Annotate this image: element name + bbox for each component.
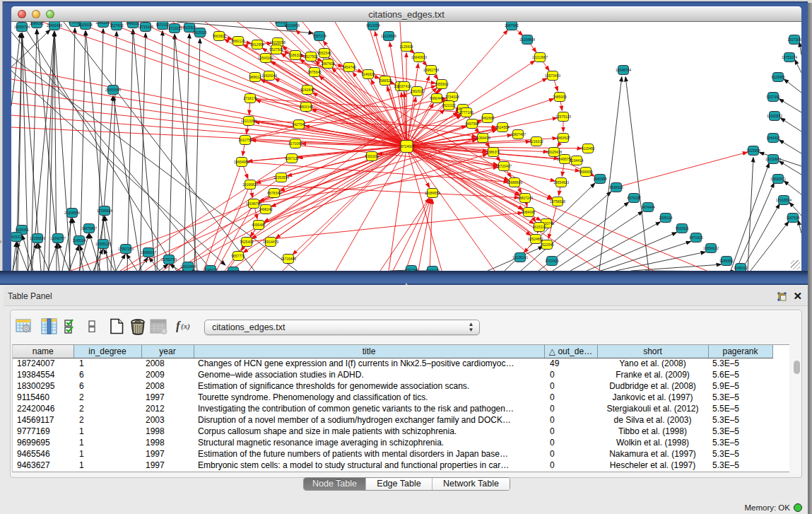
svg-text:13654923: 13654923	[553, 180, 569, 185]
svg-text:9463627: 9463627	[556, 136, 570, 140]
svg-text:12975115: 12975115	[555, 115, 571, 119]
svg-text:989612: 989612	[249, 75, 261, 79]
svg-text:10543382: 10543382	[258, 56, 273, 60]
svg-text:16640910: 16640910	[411, 55, 427, 59]
svg-text:7386372: 7386372	[486, 150, 500, 154]
svg-text:2803144: 2803144	[299, 105, 313, 109]
svg-text:19958197: 19958197	[141, 250, 156, 255]
svg-text:1167533: 1167533	[786, 216, 799, 220]
svg-text:3215958: 3215958	[746, 148, 760, 153]
svg-text:15692971: 15692971	[770, 177, 786, 181]
svg-text:10046786: 10046786	[246, 201, 261, 206]
svg-text:16033809: 16033809	[284, 23, 300, 28]
svg-text:10025438: 10025438	[546, 150, 562, 154]
svg-text:2935114: 2935114	[659, 216, 672, 220]
svg-text:16961758: 16961758	[423, 68, 439, 72]
svg-text:14055724: 14055724	[14, 25, 30, 29]
svg-text:12923448: 12923448	[180, 264, 196, 269]
svg-text:9527509: 9527509	[269, 47, 283, 52]
svg-text:10782759: 10782759	[161, 257, 177, 262]
svg-text:17957253: 17957253	[118, 247, 134, 251]
svg-text:10973493: 10973493	[545, 74, 560, 78]
svg-text:9115460: 9115460	[581, 146, 594, 151]
svg-text:1194414: 1194414	[570, 158, 583, 163]
svg-text:3498242: 3498242	[259, 207, 273, 211]
svg-text:9474444: 9474444	[641, 205, 655, 209]
svg-text:12093872: 12093872	[767, 114, 782, 118]
svg-text:19654952: 19654952	[234, 160, 249, 164]
svg-text:22420046: 22420046	[261, 74, 277, 78]
svg-text:9242848: 9242848	[300, 88, 314, 92]
svg-text:9427542: 9427542	[292, 122, 306, 127]
svg-text:1435061: 1435061	[15, 228, 29, 232]
svg-text:7632621: 7632621	[675, 226, 689, 230]
svg-text:7955812: 7955812	[435, 82, 449, 86]
svg-text:9129966: 9129966	[771, 75, 785, 79]
svg-text:19384554: 19384554	[425, 191, 440, 195]
svg-text:1010755: 1010755	[238, 138, 252, 142]
svg-text:6497568: 6497568	[465, 122, 479, 126]
svg-text:19756928: 19756928	[550, 199, 565, 204]
svg-text:8660123: 8660123	[231, 39, 245, 43]
svg-text:12342797: 12342797	[50, 236, 66, 240]
svg-text:10654122: 10654122	[703, 246, 719, 250]
svg-text:1317205: 1317205	[787, 37, 801, 42]
svg-text:8912954: 8912954	[250, 42, 264, 47]
svg-text:12353594: 12353594	[273, 175, 289, 180]
svg-text:1640954: 1640954	[593, 177, 607, 181]
svg-text:2718176: 2718176	[243, 96, 257, 100]
svg-text:2037419: 2037419	[397, 84, 411, 88]
svg-text:1362615: 1362615	[410, 89, 424, 93]
svg-text:8454749: 8454749	[342, 65, 356, 69]
svg-text:15720407: 15720407	[496, 164, 512, 168]
svg-text:13524851: 13524851	[528, 237, 543, 241]
svg-text:9777169: 9777169	[459, 110, 473, 115]
svg-text:20691406: 20691406	[47, 23, 62, 28]
svg-text:5300202: 5300202	[365, 154, 379, 158]
svg-text:7625402: 7625402	[240, 240, 254, 244]
svg-text:13226058: 13226058	[270, 40, 286, 45]
svg-text:16210643: 16210643	[765, 157, 781, 161]
svg-text:16154808: 16154808	[519, 37, 535, 42]
svg-text:7588520: 7588520	[378, 78, 392, 83]
svg-text:15716485: 15716485	[281, 257, 296, 261]
svg-text:12213363: 12213363	[241, 119, 257, 123]
svg-text:9699695: 9699695	[579, 170, 593, 174]
svg-text:1615112: 1615112	[532, 225, 546, 229]
svg-text:1244415: 1244415	[766, 136, 780, 140]
svg-text:7615526: 7615526	[193, 30, 207, 35]
svg-text:3915312: 3915312	[11, 235, 23, 239]
svg-text:3875645: 3875645	[307, 70, 322, 74]
svg-text:10688609: 10688609	[507, 180, 522, 185]
svg-text:1145194: 1145194	[72, 238, 86, 243]
svg-text:2522543: 2522543	[540, 243, 554, 247]
svg-text:21364436: 21364436	[475, 136, 490, 140]
svg-text:1527602: 1527602	[110, 23, 124, 28]
svg-text:9527502: 9527502	[304, 54, 318, 59]
svg-text:4170065: 4170065	[288, 141, 302, 146]
svg-text:9227342: 9227342	[766, 95, 780, 99]
svg-text:1733426: 1733426	[545, 259, 559, 263]
svg-text:19166827: 19166827	[242, 182, 258, 187]
svg-text:10807487: 10807487	[510, 132, 526, 136]
svg-text:18807249: 18807249	[517, 196, 533, 200]
svg-text:17016504: 17016504	[776, 198, 792, 202]
svg-text:20206556: 20206556	[64, 211, 80, 215]
svg-text:39975887: 39975887	[81, 226, 97, 230]
svg-text:6216012: 6216012	[529, 139, 543, 144]
svg-text:1125439: 1125439	[399, 45, 413, 49]
svg-text:8471626: 8471626	[689, 235, 703, 240]
svg-text:18724007: 18724007	[399, 144, 414, 148]
svg-text:4099487: 4099487	[252, 223, 266, 227]
svg-text:8186323: 8186323	[288, 53, 302, 57]
svg-text:8678342: 8678342	[267, 191, 281, 195]
svg-text:9146821: 9146821	[361, 72, 375, 76]
svg-text:9657771: 9657771	[231, 254, 245, 258]
svg-text:9245012: 9245012	[734, 266, 748, 270]
svg-text:7485003: 7485003	[553, 95, 567, 99]
svg-text:7515526: 7515526	[182, 25, 196, 30]
svg-text:1621022: 1621022	[442, 103, 456, 107]
svg-text:15751074: 15751074	[782, 55, 797, 59]
svg-text:20053346: 20053346	[105, 88, 121, 92]
svg-text:14136141: 14136141	[512, 255, 528, 259]
